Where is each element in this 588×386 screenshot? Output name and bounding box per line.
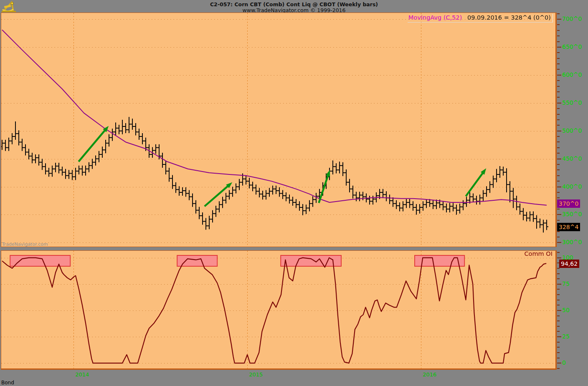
axis-tick (557, 326, 560, 327)
axis-tick-label: 500^0 (562, 127, 582, 134)
ma-value-tag: 370^0 (557, 199, 580, 208)
axis-tick (557, 363, 561, 363)
axis-tick (557, 315, 560, 316)
axis-tick (557, 41, 560, 42)
axis-tick (557, 147, 560, 148)
axis-tick (557, 35, 560, 36)
axis-tick (557, 284, 561, 285)
axis-tick-label: 350^0 (562, 211, 582, 217)
axis-tick (557, 63, 560, 64)
axis-tick-label: 75 (562, 280, 570, 287)
x-axis-year-label: 2014 (75, 371, 89, 378)
axis-tick-label: 550^0 (562, 99, 582, 106)
axis-tick-label: 450^0 (562, 155, 582, 162)
axis-tick (557, 24, 560, 25)
axis-tick (557, 108, 560, 109)
axis-tick (557, 114, 560, 115)
axis-tick (557, 91, 560, 92)
axis-tick (557, 242, 561, 243)
axis-tick (557, 159, 561, 159)
oi-value-tag: 94,62 (559, 260, 579, 268)
axis-tick (557, 310, 561, 311)
axis-tick (557, 252, 560, 253)
axis-tick-label: 300^0 (562, 239, 582, 245)
axis-tick (557, 103, 561, 103)
axis-tick (557, 13, 560, 14)
price-axis[interactable]: 700^0650^0600^0550^0500^0450^0400^0350^0… (556, 13, 588, 247)
axis-tick (557, 69, 560, 70)
indicator-legend[interactable]: MovingAvg (C,52) 09.09.2016 = 328^4 (0^0… (408, 14, 553, 23)
axis-tick-label: 50 (562, 307, 570, 313)
axis-tick (557, 30, 560, 31)
axis-tick (557, 181, 560, 182)
axis-tick (557, 169, 560, 170)
axis-tick (557, 278, 560, 279)
axis-tick (557, 368, 560, 369)
axis-tick (557, 300, 560, 300)
axis-tick (557, 47, 561, 48)
axis-tick (557, 125, 560, 126)
axis-tick (557, 268, 560, 269)
axis-tick (557, 187, 561, 187)
tradenavigator-window: C2-057: Corn CBT (Comb) Cont Liq @ CBOT … (0, 0, 588, 386)
axis-tick (557, 131, 561, 131)
x-axis-year-label: 2015 (249, 371, 263, 378)
oi-indicator-label: Comm OI (493, 250, 553, 257)
axis-tick-label: 600^0 (562, 71, 582, 78)
axis-tick (557, 273, 560, 274)
axis-tick-label: 25 (562, 333, 570, 340)
axis-tick-label: 400^0 (562, 183, 582, 190)
axis-tick (557, 164, 560, 165)
last-price-tag: 328^4 (557, 223, 580, 231)
axis-tick (557, 320, 560, 321)
axis-tick (557, 214, 561, 215)
axis-tick (557, 97, 560, 98)
axis-tick (557, 19, 561, 20)
axis-tick (557, 220, 560, 221)
axis-tick (557, 80, 560, 81)
axis-tick (557, 197, 560, 198)
oi-chart-canvas[interactable] (1, 251, 555, 368)
axis-tick (557, 342, 560, 343)
axis-tick (557, 153, 560, 154)
axis-tick (557, 336, 561, 337)
axis-tick (557, 175, 560, 176)
chart-title: C2-057: Corn CBT (Comb) Cont Liq @ CBOT … (0, 1, 588, 8)
axis-tick (557, 352, 560, 353)
legend-indicator-name: MovingAvg (C,52) (408, 14, 462, 21)
price-chart-canvas[interactable] (1, 13, 555, 247)
axis-tick-label: 650^0 (562, 43, 582, 50)
axis-tick (557, 86, 560, 87)
axis-tick (557, 331, 560, 332)
axis-tick (557, 209, 560, 209)
axis-tick (557, 294, 560, 295)
axis-tick (557, 52, 560, 53)
axis-tick (557, 141, 560, 142)
axis-tick (557, 58, 560, 59)
axis-tick (557, 305, 560, 305)
watermark: TradeNavigator.com (2, 242, 48, 247)
axis-tick-label: 0 (562, 359, 566, 366)
legend-cursor-value: 09.09.2016 = 328^4 (0^0) (467, 14, 551, 21)
axis-tick (557, 136, 560, 137)
oi-axis[interactable]: 1007550250 (556, 250, 588, 370)
axis-tick (557, 119, 560, 120)
axis-tick (557, 289, 560, 290)
axis-tick (557, 257, 561, 258)
axis-tick (557, 358, 560, 358)
x-axis-year-label: 2016 (423, 371, 436, 378)
axis-tick (557, 237, 560, 237)
axis-tick (557, 347, 560, 348)
axis-tick-label: 700^0 (562, 15, 582, 22)
axis-tick (557, 192, 560, 193)
axis-tick (557, 75, 561, 76)
bottom-status-label: Bond (1, 380, 14, 386)
